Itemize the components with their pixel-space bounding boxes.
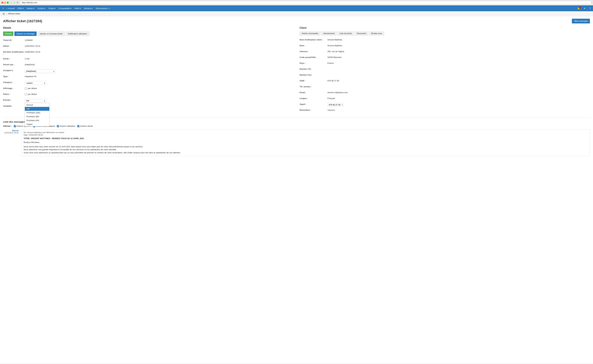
filter-actions-utilisateur-checkbox[interactable]: [57, 125, 59, 127]
abonnements-button[interactable]: Abonnements: [321, 32, 337, 35]
rendez-vous-button[interactable]: Rendez-vous: [369, 32, 384, 35]
category-label: Category :: [3, 80, 25, 84]
client-section: Client Articles commandés Abonnements Li…: [300, 26, 590, 114]
notification-icon[interactable]: 🔔 1: [576, 6, 581, 10]
priorite-option-16h[interactable]: Prioritaire (16h): [25, 111, 49, 115]
navbar-toggle[interactable]: ≡: [1, 6, 5, 10]
nav-crm[interactable]: CRM ▾: [16, 6, 25, 11]
nom-label: Nom :: [300, 44, 327, 47]
reload-button[interactable]: ↻: [17, 1, 19, 4]
pays-value: France: [327, 61, 590, 64]
address-bar[interactable]: [20, 1, 592, 4]
nav-ventes[interactable]: Ventes ▾: [25, 6, 36, 11]
priorite-option-4h[interactable]: Prioritaire (4h): [25, 118, 49, 122]
visibilite-label: Visibilité :: [3, 104, 25, 107]
messages-title: Liste des messages: [3, 120, 590, 123]
affichage-checkbox-label: par défaut: [28, 87, 37, 90]
gsm-value: 979 56 27 93: [327, 79, 590, 82]
priorite-option-vip[interactable]: VIP: [25, 107, 49, 111]
filter-actions-utilisateur[interactable]: Actions utilisateur: [57, 125, 75, 127]
nav-hrm[interactable]: HRM ▾: [73, 6, 82, 11]
derniere-modif-row: Dernière modification : 13/06/2021 10:31: [3, 50, 293, 55]
priorite-option-8h[interactable]: Prioritaire (8h): [25, 115, 49, 118]
nav-projet[interactable]: Projet ▾: [47, 6, 57, 11]
articles-button[interactable]: Articles commandés: [300, 32, 320, 35]
priorite-select-wrapper: Normal VIP Prioritaire (16h) Prioritaire…: [25, 99, 46, 103]
back-button[interactable]: ←: [10, 1, 12, 4]
code-postal-label: Code postal/Ville :: [300, 56, 327, 58]
visibilite-value: [25, 104, 293, 105]
affichage-checkbox[interactable]: [25, 87, 27, 90]
priorite-row: Priorité : Normal VIP Prioritaire (16h) …: [3, 98, 293, 103]
priorite-label: Priorité :: [3, 98, 25, 101]
priorite-option-urgent[interactable]: Urgent: [25, 122, 49, 126]
ouvert-par-row: Ouvert par : (HelpDesk): [3, 63, 293, 67]
type-label: Type :: [3, 75, 25, 78]
filter-actions-clients-checkbox[interactable]: [77, 125, 79, 127]
email-label: Email :: [300, 91, 327, 94]
help-icon[interactable]: ?: [588, 6, 592, 10]
priorite-option-normal[interactable]: Normal: [25, 103, 49, 107]
langue-row: Langue : Français: [300, 97, 590, 101]
adresse-value: 250, rue de l'église: [327, 50, 590, 52]
numero-tel-label: Numéro Tél :: [300, 67, 327, 70]
category-value: <autre>: [25, 80, 293, 85]
nav-deconnexion[interactable]: Déconnexion ↪: [94, 6, 111, 11]
priorite-dropdown-container: Normal VIP Prioritaire (16h) Prioritaire…: [25, 99, 46, 103]
assigne-row: Assigné à : (HelpDesk): [3, 69, 293, 73]
ouvert-button[interactable]: Ouvert: [3, 32, 13, 36]
message-greeting: Bonjour Monsieur,: [24, 141, 588, 144]
filter-actions-systeme-checkbox[interactable]: [14, 125, 16, 127]
nom-row: Nom : Vincent Matthieu: [300, 44, 590, 48]
affichage-row: Affichage : par défaut: [3, 86, 293, 91]
priorite-select[interactable]: Normal VIP Prioritaire (16h) Prioritaire…: [25, 99, 46, 103]
settings-icon[interactable]: ✦: [582, 6, 587, 10]
langue-value: Français: [327, 97, 590, 99]
assigne-value: (HelpDesk): [25, 69, 293, 73]
ajouter-message-button[interactable]: Ajouter un message: [14, 32, 37, 36]
gsm-row: GSM : 979 56 27 93: [300, 79, 590, 83]
nom-utilisateur-value: Vincent Matthieu: [327, 38, 590, 41]
appel-row: Appel : 979 56 27 93: [300, 102, 590, 107]
maximize-dot[interactable]: [7, 2, 9, 4]
filter-actions-clients[interactable]: Actions clients: [77, 125, 93, 127]
derniere-modif-label: Dernière modification :: [3, 50, 25, 55]
numero-fax-row: Numéro Fax:: [300, 73, 590, 78]
nav-achats[interactable]: Achats ▾: [36, 6, 47, 11]
message-sender-info: Benoît 13/04/2021 09:42: [3, 130, 19, 156]
forward-button[interactable]: →: [13, 1, 15, 4]
breadcrumb-home[interactable]: 🏠: [2, 13, 5, 15]
ajouter-ticket-button[interactable]: Ajouter un nouveau ticket: [38, 32, 65, 36]
appel-value: 979 56 27 93: [327, 102, 590, 107]
tel-bureau-row: Tél. bureau :: [300, 85, 590, 89]
documents-button[interactable]: Documents: [355, 32, 368, 35]
minimize-dot[interactable]: [4, 2, 6, 4]
breadcrumb-current: Afficher ticket: [8, 13, 20, 15]
category-select[interactable]: <autre>: [25, 81, 46, 85]
appel-select[interactable]: 979 56 27 93: [327, 103, 344, 107]
revendeur-value: <aucun>: [327, 108, 590, 111]
numero-tel-value: [327, 67, 590, 68]
police-checkbox[interactable]: [25, 93, 27, 95]
affichage-checkbox-row: par défaut: [25, 87, 293, 90]
menu-principal-button[interactable]: Menu principal: [572, 19, 590, 23]
police-value: par défaut: [25, 92, 293, 95]
nom-utilisateur-label: Nom d'utilisateur client :: [300, 38, 327, 41]
nav-home[interactable]: ⌂ Accueil: [5, 6, 16, 11]
nav-general[interactable]: Général ▾: [82, 6, 94, 11]
duree-label: Durée :: [3, 57, 25, 60]
tel-bureau-value: [327, 85, 590, 85]
page-header: Afficher ticket (1627284) Menu principal: [3, 19, 590, 23]
notification-button[interactable]: Notification utilisateur: [66, 32, 89, 36]
debut-row: Début : 12/02/2021 10:31: [3, 44, 293, 49]
nav-comptabilite[interactable]: Comptabilité ▾: [57, 6, 73, 11]
navbar: ≡ ⌂ Accueil CRM ▾ Ventes ▾ Achats ▾ Proj…: [0, 5, 593, 11]
email-row: Email : vincent.m@yahoo.com: [300, 91, 590, 95]
liste-tickets-button[interactable]: Liste de tickets: [338, 32, 354, 35]
category-select-wrapper: <autre>: [25, 81, 46, 85]
close-dot[interactable]: [1, 2, 3, 4]
assigne-label: Assigné à :: [3, 69, 25, 72]
pays-row: Pays : France: [300, 61, 590, 66]
assigne-select-wrapper: (HelpDesk): [25, 69, 56, 73]
assigne-select[interactable]: (HelpDesk): [25, 69, 56, 73]
